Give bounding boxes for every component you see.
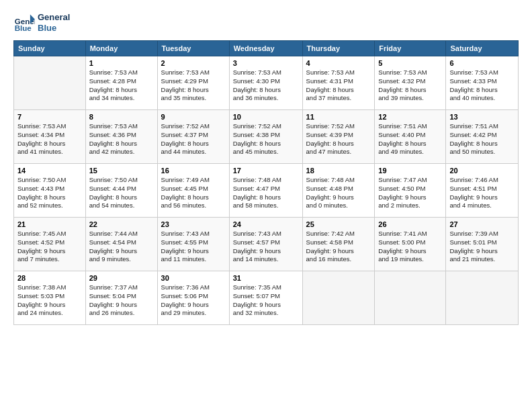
weekday-header-saturday: Saturday [446,41,519,56]
day-number: 14 [17,167,82,175]
day-number: 13 [449,113,515,121]
calendar-cell: 29Sunrise: 7:37 AMSunset: 5:04 PMDayligh… [85,271,157,325]
week-row-2: 7Sunrise: 7:53 AMSunset: 4:34 PMDaylight… [14,110,519,164]
day-info: Sunrise: 7:43 AMSunset: 4:55 PMDaylight:… [161,230,226,264]
day-info: Sunrise: 7:52 AMSunset: 4:37 PMDaylight:… [161,122,226,156]
calendar-cell: 12Sunrise: 7:51 AMSunset: 4:40 PMDayligh… [375,110,446,164]
day-number: 5 [378,59,442,67]
page: General Blue General Blue SundayMondayTu… [0,0,532,411]
week-row-1: 1Sunrise: 7:53 AMSunset: 4:28 PMDaylight… [14,56,519,110]
calendar-cell: 24Sunrise: 7:43 AMSunset: 4:57 PMDayligh… [229,218,302,271]
calendar-cell: 11Sunrise: 7:52 AMSunset: 4:39 PMDayligh… [302,110,375,164]
logo: General Blue General Blue [13,12,70,34]
day-info: Sunrise: 7:53 AMSunset: 4:31 PMDaylight:… [306,68,371,103]
day-info: Sunrise: 7:46 AMSunset: 4:51 PMDaylight:… [449,176,515,210]
calendar-cell: 4Sunrise: 7:53 AMSunset: 4:31 PMDaylight… [302,56,375,110]
day-info: Sunrise: 7:37 AMSunset: 5:04 PMDaylight:… [89,283,154,318]
weekday-header-friday: Friday [375,41,446,56]
weekday-header-thursday: Thursday [302,41,375,56]
calendar-cell: 6Sunrise: 7:53 AMSunset: 4:33 PMDaylight… [446,56,519,110]
day-info: Sunrise: 7:41 AMSunset: 5:00 PMDaylight:… [378,230,442,264]
day-info: Sunrise: 7:48 AMSunset: 4:47 PMDaylight:… [233,176,299,210]
day-info: Sunrise: 7:39 AMSunset: 5:01 PMDaylight:… [449,230,515,264]
day-info: Sunrise: 7:44 AMSunset: 4:54 PMDaylight:… [89,230,154,264]
logo-text-line1: General [38,12,70,23]
calendar-cell: 15Sunrise: 7:50 AMSunset: 4:44 PMDayligh… [85,164,157,218]
day-info: Sunrise: 7:51 AMSunset: 4:40 PMDaylight:… [378,122,442,156]
day-info: Sunrise: 7:43 AMSunset: 4:57 PMDaylight:… [233,230,299,264]
calendar-cell: 28Sunrise: 7:38 AMSunset: 5:03 PMDayligh… [14,271,86,325]
day-number: 26 [378,220,442,228]
calendar-cell: 3Sunrise: 7:53 AMSunset: 4:30 PMDaylight… [229,56,302,110]
day-number: 19 [378,167,442,175]
day-info: Sunrise: 7:53 AMSunset: 4:32 PMDaylight:… [378,68,442,103]
week-row-3: 14Sunrise: 7:50 AMSunset: 4:43 PMDayligh… [14,164,519,218]
weekday-header-wednesday: Wednesday [229,41,302,56]
day-number: 27 [449,220,515,228]
calendar-cell: 2Sunrise: 7:53 AMSunset: 4:29 PMDaylight… [157,56,229,110]
calendar-cell [302,271,375,325]
calendar-cell: 22Sunrise: 7:44 AMSunset: 4:54 PMDayligh… [85,218,157,271]
calendar-cell [446,271,519,325]
day-number: 21 [17,220,82,228]
day-number: 29 [89,274,154,282]
day-number: 25 [306,220,371,228]
calendar-table: SundayMondayTuesdayWednesdayThursdayFrid… [13,40,519,325]
day-number: 11 [306,113,371,121]
weekday-header-tuesday: Tuesday [157,41,229,56]
day-number: 8 [89,113,154,121]
day-info: Sunrise: 7:47 AMSunset: 4:50 PMDaylight:… [378,176,442,210]
day-number: 1 [89,59,154,67]
svg-text:Blue: Blue [15,24,32,32]
day-number: 4 [306,59,371,67]
calendar-cell: 8Sunrise: 7:53 AMSunset: 4:36 PMDaylight… [85,110,157,164]
day-info: Sunrise: 7:50 AMSunset: 4:43 PMDaylight:… [17,176,82,210]
day-info: Sunrise: 7:49 AMSunset: 4:45 PMDaylight:… [161,176,226,210]
calendar-cell: 10Sunrise: 7:52 AMSunset: 4:38 PMDayligh… [229,110,302,164]
calendar-cell: 27Sunrise: 7:39 AMSunset: 5:01 PMDayligh… [446,218,519,271]
calendar-cell: 20Sunrise: 7:46 AMSunset: 4:51 PMDayligh… [446,164,519,218]
day-number: 15 [89,167,154,175]
day-number: 2 [161,59,226,67]
day-info: Sunrise: 7:53 AMSunset: 4:33 PMDaylight:… [449,68,515,103]
calendar-cell: 30Sunrise: 7:36 AMSunset: 5:06 PMDayligh… [157,271,229,325]
day-info: Sunrise: 7:53 AMSunset: 4:28 PMDaylight:… [89,68,154,103]
day-info: Sunrise: 7:35 AMSunset: 5:07 PMDaylight:… [233,283,299,318]
day-number: 20 [449,167,515,175]
week-row-4: 21Sunrise: 7:45 AMSunset: 4:52 PMDayligh… [14,218,519,271]
day-info: Sunrise: 7:48 AMSunset: 4:48 PMDaylight:… [306,176,371,210]
calendar-cell: 25Sunrise: 7:42 AMSunset: 4:58 PMDayligh… [302,218,375,271]
day-info: Sunrise: 7:36 AMSunset: 5:06 PMDaylight:… [161,283,226,318]
weekday-header-row: SundayMondayTuesdayWednesdayThursdayFrid… [14,41,519,56]
calendar-cell [375,271,446,325]
logo-icon: General Blue [13,12,35,34]
calendar-cell: 5Sunrise: 7:53 AMSunset: 4:32 PMDaylight… [375,56,446,110]
calendar-cell: 31Sunrise: 7:35 AMSunset: 5:07 PMDayligh… [229,271,302,325]
day-number: 9 [161,113,226,121]
day-info: Sunrise: 7:52 AMSunset: 4:39 PMDaylight:… [306,122,371,156]
day-number: 10 [233,113,299,121]
calendar-cell: 21Sunrise: 7:45 AMSunset: 4:52 PMDayligh… [14,218,86,271]
calendar-cell: 17Sunrise: 7:48 AMSunset: 4:47 PMDayligh… [229,164,302,218]
calendar-cell: 16Sunrise: 7:49 AMSunset: 4:45 PMDayligh… [157,164,229,218]
calendar-cell: 13Sunrise: 7:51 AMSunset: 4:42 PMDayligh… [446,110,519,164]
day-info: Sunrise: 7:38 AMSunset: 5:03 PMDaylight:… [17,283,82,318]
weekday-header-monday: Monday [85,41,157,56]
day-number: 6 [449,59,515,67]
header: General Blue General Blue [13,12,519,34]
day-number: 12 [378,113,442,121]
day-info: Sunrise: 7:52 AMSunset: 4:38 PMDaylight:… [233,122,299,156]
day-number: 24 [233,220,299,228]
logo-text-line2: Blue [38,23,70,34]
day-info: Sunrise: 7:53 AMSunset: 4:29 PMDaylight:… [161,68,226,103]
day-number: 18 [306,167,371,175]
day-number: 16 [161,167,226,175]
day-number: 23 [161,220,226,228]
calendar-cell: 18Sunrise: 7:48 AMSunset: 4:48 PMDayligh… [302,164,375,218]
day-number: 7 [17,113,82,121]
day-number: 30 [161,274,226,282]
day-number: 3 [233,59,299,67]
calendar-cell [14,56,86,110]
calendar-cell: 23Sunrise: 7:43 AMSunset: 4:55 PMDayligh… [157,218,229,271]
calendar-cell: 9Sunrise: 7:52 AMSunset: 4:37 PMDaylight… [157,110,229,164]
